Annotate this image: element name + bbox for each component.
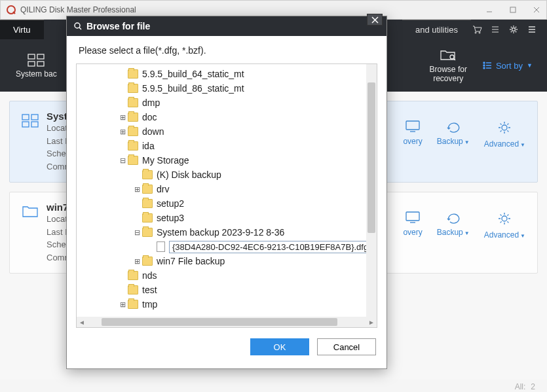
advanced-action[interactable]: Advanced▼ (484, 120, 525, 149)
cancel-button[interactable]: Cancel (317, 338, 376, 355)
expand-icon[interactable]: ⊞ (133, 257, 141, 266)
tree-item-label: down (142, 126, 164, 137)
recovery-label: overy (403, 228, 422, 237)
file-icon (157, 241, 165, 252)
tab-utilities[interactable]: and utilities (402, 20, 471, 39)
tree-item-label: (K) Disk backup (157, 169, 221, 180)
browse-recovery-button[interactable]: Browse for recovery (414, 48, 483, 83)
app-logo-icon (6, 5, 16, 15)
tree-row[interactable]: ⊞drv (81, 182, 377, 196)
folder-icon (128, 141, 138, 151)
horizontal-scroll-thumb[interactable] (102, 318, 337, 326)
svg-rect-25 (22, 115, 29, 120)
expand-icon[interactable]: ⊞ (119, 113, 126, 122)
tree-row[interactable]: 5.9.5_build_64_static_mt (81, 67, 377, 81)
svg-point-18 (450, 55, 454, 59)
svg-rect-28 (31, 122, 38, 127)
scroll-left-icon[interactable]: ◄ (77, 319, 87, 326)
tree-row[interactable]: ⊟System backup 2023-9-12 8-36 (81, 225, 377, 240)
advanced-action[interactable]: Advanced▼ (484, 211, 525, 240)
recovery-action[interactable]: overy (403, 120, 422, 146)
expand-icon[interactable]: ⊞ (119, 128, 126, 136)
svg-rect-17 (37, 62, 44, 66)
status-bar: All: 2 (0, 380, 547, 392)
selected-file-label: {38D4A280-DC92-4EC6-9213-C10B19EF8A7B}.d… (169, 241, 371, 253)
collapse-icon[interactable]: ⊟ (119, 156, 126, 165)
tree-row[interactable]: ida (81, 139, 377, 153)
tree-row[interactable]: setup2 (81, 196, 377, 211)
tree-item-label: setup3 (157, 213, 184, 223)
tree-row[interactable]: ⊞win7 File backup (81, 254, 377, 268)
folder-icon (128, 69, 138, 79)
vertical-scrollbar[interactable] (366, 64, 377, 317)
cancel-label: Cancel (333, 342, 360, 352)
svg-rect-27 (22, 122, 29, 127)
browse-recovery-label-2: recovery (433, 74, 463, 83)
tree-row[interactable]: ⊟My Storage (81, 153, 377, 168)
recovery-action[interactable]: overy (403, 211, 422, 237)
tree-item-label: nds (142, 270, 157, 281)
file-tree[interactable]: 5.9.5_build_64_static_mt5.9.5_build_86_s… (77, 64, 377, 317)
dialog-subtitle: Please select a file(*.dfg, *.bzf). (67, 36, 387, 61)
folder-icon (128, 113, 138, 122)
scroll-right-icon[interactable]: ► (366, 319, 377, 326)
vertical-scroll-thumb[interactable] (368, 82, 375, 233)
sort-by-button[interactable]: Sort by ▼ (483, 61, 547, 71)
menu-icon[interactable] (526, 24, 538, 35)
tree-row[interactable]: ⊞doc (81, 110, 377, 124)
tree-row[interactable]: dmp (81, 96, 377, 110)
dialog-close-button[interactable] (367, 14, 383, 26)
svg-point-5 (475, 32, 476, 33)
tree-row[interactable]: setup3 (81, 211, 377, 225)
svg-point-24 (483, 67, 485, 69)
tree-item-label: doc (142, 112, 157, 122)
svg-rect-14 (28, 54, 35, 59)
tree-row[interactable]: test (81, 283, 377, 297)
system-backup-label: System bac (16, 69, 57, 79)
tab-virtual-label: Virtu (13, 25, 31, 35)
horizontal-scrollbar[interactable]: ◄ ► (77, 317, 377, 327)
svg-rect-16 (28, 62, 35, 66)
svg-rect-29 (406, 121, 419, 130)
file-tree-wrapper: 5.9.5_build_64_static_mt5.9.5_build_86_s… (76, 63, 377, 328)
tree-row[interactable]: {38D4A280-DC92-4EC6-9213-C10B19EF8A7B}.d… (81, 240, 377, 254)
ok-button[interactable]: OK (250, 338, 309, 355)
status-label: All: (515, 382, 526, 391)
tree-item-label: 5.9.5_build_64_static_mt (142, 69, 244, 79)
dialog-title: Browse for file (86, 21, 150, 31)
tab-virtual[interactable]: Virtu (0, 20, 44, 39)
tree-row[interactable]: ⊞tmp (81, 297, 377, 312)
gear-icon[interactable] (508, 24, 519, 35)
folder-icon (142, 228, 153, 237)
collapse-icon[interactable]: ⊟ (133, 228, 141, 237)
svg-point-35 (75, 23, 80, 28)
tree-item-label: setup2 (157, 198, 184, 209)
tree-row[interactable]: nds (81, 268, 377, 283)
backup-action[interactable]: Backup▼ (437, 211, 470, 237)
minimize-button[interactable] (485, 5, 494, 14)
expand-icon[interactable]: ⊞ (119, 300, 126, 309)
tree-item-label: ida (142, 141, 155, 151)
system-backup-button[interactable]: System bac (0, 52, 73, 79)
backup-label: Backup (437, 228, 463, 237)
tree-row[interactable]: ⊞down (81, 124, 377, 139)
dialog-titlebar: Browse for file (67, 16, 387, 36)
list-icon[interactable] (489, 24, 501, 35)
folder-icon (128, 271, 138, 280)
windows-icon (22, 113, 39, 130)
tree-item-label: test (142, 285, 157, 295)
backup-action[interactable]: Backup▼ (437, 120, 470, 146)
tree-row[interactable]: (K) Disk backup (81, 168, 377, 182)
advanced-label: Advanced (484, 139, 519, 149)
cart-icon[interactable] (471, 24, 483, 35)
folder-icon (128, 84, 138, 93)
maximize-button[interactable] (508, 5, 518, 14)
chevron-down-icon: ▼ (527, 62, 533, 69)
tree-row[interactable]: 5.9.5_build_86_static_mt (81, 81, 377, 96)
svg-point-23 (483, 65, 485, 66)
svg-rect-2 (510, 7, 516, 12)
close-button[interactable] (532, 5, 541, 14)
folder-icon (142, 199, 153, 208)
expand-icon[interactable]: ⊞ (133, 185, 141, 194)
browse-file-dialog: Browse for file Please select a file(*.d… (66, 16, 387, 369)
